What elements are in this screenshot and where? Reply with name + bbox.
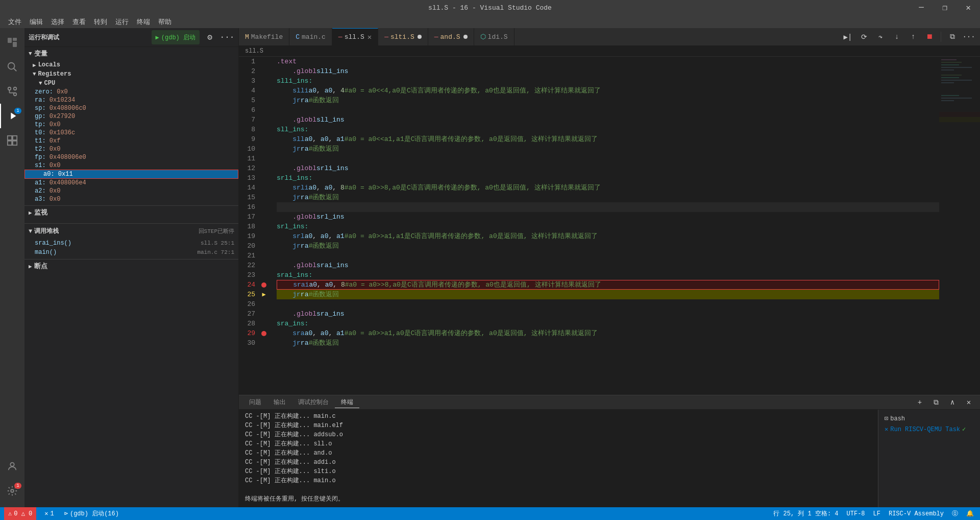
reg-a1[interactable]: a1: 0x408006e4 <box>24 179 238 187</box>
minimap <box>939 57 980 395</box>
terminal-content[interactable]: CC -[M] 正在构建... main.c CC -[M] 正在构建... m… <box>239 410 878 507</box>
watch-section[interactable]: ▶ 监视 <box>24 205 238 219</box>
term-tab-problems[interactable]: 问题 <box>243 397 267 408</box>
menu-select[interactable]: 选择 <box>47 16 68 28</box>
line-18: srl_ins: <box>277 222 939 231</box>
run-qemu-entry[interactable]: ✕ Run RISCV-QEMU Task ✓ <box>883 424 976 434</box>
menu-terminal[interactable]: 终端 <box>133 16 154 28</box>
tab-makefile[interactable]: M Makefile <box>239 28 289 46</box>
terminal-split-btn[interactable]: ⧉ <box>929 395 943 410</box>
reg-t0[interactable]: t0: 0x1036c <box>24 129 238 137</box>
status-eol[interactable]: LF <box>871 509 883 518</box>
debug-restart-btn[interactable]: ⟳ <box>857 30 871 44</box>
debug-stepinto-btn[interactable]: ↓ <box>890 30 904 44</box>
menu-file[interactable]: 文件 <box>4 16 26 28</box>
minimize-button[interactable]: ─ <box>910 0 933 15</box>
line-17: .globl srl_ins <box>277 212 939 222</box>
terminal-add-btn[interactable]: + <box>913 395 927 410</box>
status-position[interactable]: 行 25, 列 1 空格: 4 <box>771 509 840 518</box>
reg-gp[interactable]: gp: 0x27920 <box>24 112 238 121</box>
reg-fp[interactable]: fp: 0x408006e0 <box>24 153 238 161</box>
menu-goto[interactable]: 转到 <box>90 16 111 28</box>
debug-stepover-btn[interactable]: ↷ <box>873 30 888 44</box>
activity-debug[interactable]: 1 <box>0 104 24 128</box>
reg-a0[interactable]: a0: 0x11 <box>24 170 238 179</box>
reg-a2[interactable]: a2: 0x0 <box>24 187 238 195</box>
svg-rect-21 <box>941 67 972 68</box>
status-encoding[interactable]: UTF-8 <box>845 509 867 518</box>
line-27: .globl sra_ins <box>277 309 939 319</box>
line-23: srai_ins: <box>277 270 939 280</box>
tab-close-slls[interactable]: ✕ <box>368 33 372 41</box>
status-notifications[interactable]: 🔔 <box>964 509 976 518</box>
encoding-label: UTF-8 <box>847 510 865 517</box>
activity-settings[interactable]: 1 <box>0 479 24 503</box>
close-button[interactable]: ✕ <box>957 0 980 15</box>
status-debug-session[interactable]: ⊳ (gdb) 启动(16) <box>62 509 121 518</box>
callstack-item-main[interactable]: main() main.c 72:1 <box>24 248 238 257</box>
line-21 <box>277 251 939 261</box>
status-warnings[interactable]: ✕ 1 <box>42 510 56 517</box>
code-content[interactable]: .text .globl slli_ins slli_ins: slli a0,… <box>268 57 939 395</box>
window-controls: ─ ❐ ✕ <box>910 0 980 15</box>
bell-icon: 🔔 <box>966 510 974 517</box>
callstack-arrow: ▼ <box>29 228 32 235</box>
callstack-header[interactable]: ▼ 调用堆栈 回STEP已断停 <box>24 224 238 239</box>
status-language[interactable]: RISC-V Assembly <box>887 509 946 518</box>
warning-count: 1 <box>51 510 54 517</box>
tab-sltis[interactable]: — slti.S <box>378 28 428 46</box>
tab-ldis[interactable]: ⬡ ldi.S <box>474 28 514 46</box>
registers-header[interactable]: ▼ Registers <box>24 69 238 79</box>
menu-help[interactable]: 帮助 <box>154 16 176 28</box>
reg-t1[interactable]: t1: 0xf <box>24 137 238 145</box>
status-errors[interactable]: ⚠ 0 △ 0 <box>4 507 36 520</box>
more-editor-btn[interactable]: ··· <box>962 30 976 44</box>
play-icon: ▶ <box>156 34 159 41</box>
breakpoints-section[interactable]: ▶ 断点 <box>24 259 238 273</box>
terminal-maximize-btn[interactable]: ∧ <box>945 395 960 410</box>
activity-account[interactable] <box>0 454 24 479</box>
settings-debug-button[interactable]: ⚙ <box>203 30 217 44</box>
maximize-button[interactable]: ❐ <box>933 0 957 15</box>
activity-extensions[interactable] <box>0 128 24 153</box>
reg-a3[interactable]: a3: 0x0 <box>24 195 238 203</box>
reg-sp[interactable]: sp: 0x408006c0 <box>24 104 238 112</box>
locals-header[interactable]: ▶ Locals <box>24 60 238 69</box>
more-debug-button[interactable]: ··· <box>220 30 234 44</box>
tab-mainc[interactable]: C main.c <box>289 28 332 46</box>
line-10: jr ra #函数返回 <box>277 144 939 154</box>
term-tab-debug-console[interactable]: 调试控制台 <box>292 397 335 408</box>
cpu-header[interactable]: ▼ CPU <box>24 79 238 88</box>
code-editor[interactable]: 1 2 3 4 5 6 7 8 9 10 11 12 13 14 15 16 1 <box>239 57 980 395</box>
menu-run[interactable]: 运行 <box>111 16 133 28</box>
status-feedback[interactable]: ⓪ <box>950 509 960 518</box>
activity-explorer[interactable] <box>0 30 24 55</box>
menu-edit[interactable]: 编辑 <box>26 16 47 28</box>
term-tab-terminal[interactable]: 终端 <box>335 397 359 408</box>
bash-entry[interactable]: ⊡ bash <box>883 414 976 423</box>
debug-stop-btn[interactable]: ⏹ <box>922 30 937 44</box>
line-numbers: 1 2 3 4 5 6 7 8 9 10 11 12 13 14 15 16 1 <box>239 57 259 395</box>
debug-continue-btn[interactable]: ▶| <box>841 30 855 44</box>
reg-tp[interactable]: tp: 0x0 <box>24 121 238 129</box>
callstack-item-srai[interactable]: srai_ins() sll.S 25:1 <box>24 239 238 248</box>
activity-git[interactable] <box>0 79 24 104</box>
menu-view[interactable]: 查看 <box>68 16 90 28</box>
reg-t2[interactable]: t2: 0x0 <box>24 145 238 153</box>
activity-search[interactable] <box>0 55 24 79</box>
split-editor-btn[interactable]: ⧉ <box>945 30 960 44</box>
term-tab-output[interactable]: 输出 <box>267 397 292 408</box>
reg-s1[interactable]: s1: 0x0 <box>24 161 238 170</box>
language-label: RISC-V Assembly <box>889 510 944 517</box>
variables-arrow: ▼ <box>29 51 32 57</box>
callstack-section: ▼ 调用堆栈 回STEP已断停 srai_ins() sll.S 25:1 ma… <box>24 223 238 257</box>
reg-zero[interactable]: zero: 0x0 <box>24 88 238 96</box>
tab-slls[interactable]: — sll.S ✕ <box>332 28 378 46</box>
terminal-close-btn[interactable]: ✕ <box>962 395 976 410</box>
debug-stepout-btn[interactable]: ↑ <box>906 30 920 44</box>
reg-ra[interactable]: ra: 0x10234 <box>24 96 238 104</box>
tab-ands[interactable]: — and.S <box>428 28 474 46</box>
variables-section[interactable]: ▼ 变量 <box>24 47 238 60</box>
svg-rect-22 <box>941 69 954 70</box>
run-button[interactable]: ▶ (gdb) 启动 <box>152 30 200 44</box>
